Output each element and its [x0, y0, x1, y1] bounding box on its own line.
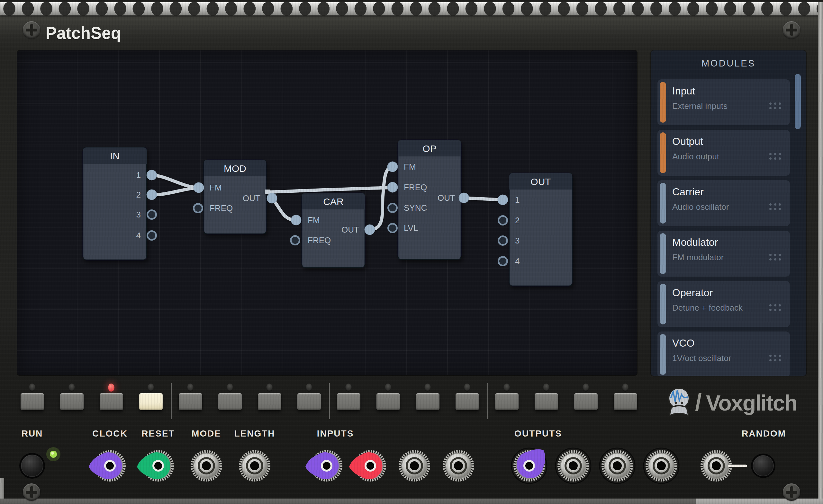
drag-handle-icon[interactable]: [769, 254, 783, 262]
step-button-7[interactable]: [258, 393, 281, 410]
cable-boot: [511, 441, 554, 484]
knurl-ring: [356, 451, 385, 480]
output-3-jack[interactable]: [600, 448, 635, 483]
label-length: LENGTH: [234, 429, 275, 439]
step-button-4[interactable]: [139, 393, 163, 410]
step-button-16[interactable]: [614, 393, 637, 410]
voxglitch-logo: /Voxglitch: [669, 388, 797, 416]
step-led-14: [543, 384, 549, 392]
top-edge: [0, 0, 823, 2]
module-description: Audio output: [672, 152, 719, 162]
step-led-8: [306, 384, 312, 392]
step-button-10[interactable]: [376, 393, 400, 410]
module-card-output[interactable]: OutputAudio output: [657, 130, 790, 176]
step-button-5[interactable]: [179, 393, 202, 410]
module-accent-bar: [660, 284, 666, 324]
label-outputs: OUTPUTS: [514, 429, 562, 439]
step-led-11: [424, 384, 431, 392]
module-accent-bar: [660, 133, 666, 173]
input-3-jack[interactable]: [400, 451, 429, 480]
cable-boot: [349, 452, 382, 479]
input-2-jack[interactable]: [349, 451, 385, 480]
module-description: Audio oscillator: [672, 202, 729, 212]
label-run: RUN: [21, 429, 43, 439]
step-button-14[interactable]: [535, 393, 558, 410]
module-name: Modulator: [672, 236, 718, 248]
patch-canvas[interactable]: [17, 50, 637, 375]
robot-head-icon: [669, 388, 689, 409]
step-group-divider-2: [329, 383, 330, 419]
mode-jack[interactable]: [192, 451, 221, 480]
clock-jack[interactable]: [89, 451, 124, 480]
knurl-ring: [144, 451, 173, 480]
step-led-3: [108, 384, 115, 392]
module-description: 1V/oct oscillator: [672, 353, 731, 363]
step-led-16: [622, 384, 629, 392]
module-card-operator[interactable]: OperatorDetune + feedback: [657, 281, 790, 327]
module-card-input[interactable]: InputExternal inputs: [657, 79, 790, 125]
step-button-13[interactable]: [495, 393, 519, 410]
run-led: [46, 447, 60, 461]
rack-rail-bottom-right: [696, 499, 823, 504]
step-button-6[interactable]: [218, 393, 242, 410]
module-accent-bar: [660, 233, 666, 274]
rack-rail-left-sliver: [0, 478, 4, 500]
module-name: Carrier: [672, 186, 704, 198]
patchseq-app: PatchSeq IN1234MODFMFREQOUTCARFMFREQOUTO…: [0, 0, 823, 504]
step-button-15[interactable]: [574, 393, 598, 410]
output-4-jack[interactable]: [644, 448, 679, 483]
step-led-12: [464, 384, 470, 392]
knurl-ring: [192, 451, 221, 480]
step-button-3[interactable]: [100, 393, 123, 410]
drag-handle-icon[interactable]: [769, 102, 783, 111]
knurl-ring: [559, 451, 588, 480]
sidebar-scrollbar-thumb[interactable]: [795, 74, 801, 129]
step-led-1: [29, 384, 35, 392]
step-button-11[interactable]: [416, 393, 440, 410]
drag-handle-icon[interactable]: [769, 203, 783, 212]
step-button-12[interactable]: [456, 393, 479, 410]
input-1-jack[interactable]: [305, 451, 341, 480]
step-led-4: [148, 384, 154, 392]
run-button[interactable]: [19, 453, 45, 479]
rail-mount-holes: [0, 2, 823, 15]
output-2-jack[interactable]: [555, 448, 591, 483]
knurl-ring: [312, 451, 341, 480]
step-led-6: [227, 384, 233, 392]
rack-rail-top: [0, 2, 823, 15]
step-led-13: [503, 384, 510, 392]
module-card-vco[interactable]: VCO1V/oct oscillator: [657, 331, 790, 376]
sidebar-title: MODULES: [651, 58, 806, 69]
step-led-5: [187, 384, 193, 392]
random-jack[interactable]: [702, 451, 731, 480]
screw-bottom-right: [783, 483, 800, 501]
random-button[interactable]: [751, 454, 776, 478]
step-button-1[interactable]: [21, 393, 44, 410]
step-button-2[interactable]: [60, 393, 84, 410]
step-button-8[interactable]: [297, 393, 321, 410]
reset-jack[interactable]: [137, 451, 173, 480]
module-card-modulator[interactable]: ModulatorFM modulator: [657, 231, 790, 277]
cable-boot: [89, 452, 122, 479]
screw-bottom-left: [23, 483, 40, 501]
drag-handle-icon[interactable]: [769, 153, 783, 161]
knurl-ring: [603, 451, 632, 480]
module-name: Operator: [672, 287, 713, 299]
waveform-icon: [671, 390, 688, 402]
label-random: RANDOM: [742, 429, 786, 439]
module-name: Output: [672, 136, 703, 148]
module-name: VCO: [672, 337, 694, 349]
drag-handle-icon[interactable]: [769, 354, 783, 363]
step-led-9: [345, 384, 352, 392]
drag-handle-icon[interactable]: [769, 304, 783, 312]
module-accent-bar: [660, 334, 666, 375]
step-led-10: [385, 384, 391, 392]
step-button-9[interactable]: [337, 393, 360, 410]
modules-sidebar: MODULES InputExternal inputsOutputAudio …: [651, 50, 806, 376]
robot-body-icon: [669, 406, 689, 416]
output-1-jack[interactable]: [511, 441, 554, 484]
input-4-jack[interactable]: [444, 451, 473, 480]
knurl-ring: [96, 451, 124, 480]
length-jack[interactable]: [240, 451, 269, 480]
module-card-carrier[interactable]: CarrierAudio oscillator: [657, 180, 790, 226]
